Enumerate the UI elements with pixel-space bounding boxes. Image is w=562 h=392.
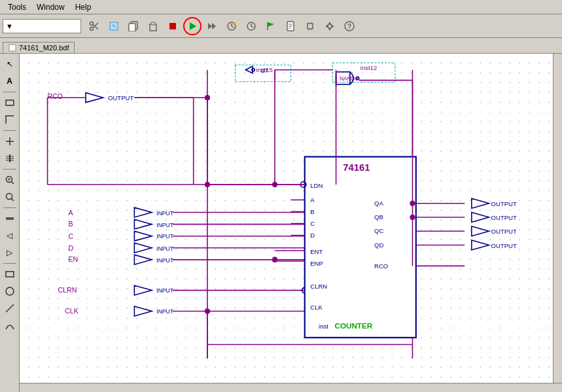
- svg-point-0: [90, 22, 94, 25]
- svg-text:inst: inst: [319, 323, 328, 330]
- svg-text:?: ?: [347, 23, 351, 30]
- svg-marker-71: [86, 93, 103, 103]
- svg-marker-82: [134, 219, 152, 229]
- search-tool[interactable]: [2, 189, 18, 205]
- main-tab[interactable]: 74161_M20.bdf: [3, 42, 75, 53]
- svg-marker-22: [268, 22, 274, 27]
- svg-text:D: D: [68, 244, 73, 252]
- stop-btn[interactable]: [164, 17, 182, 35]
- wire-tool[interactable]: [2, 134, 18, 149]
- svg-line-55: [6, 304, 14, 312]
- svg-text:QB: QB: [374, 213, 383, 221]
- corner-tool[interactable]: [2, 112, 18, 128]
- svg-text:B: B: [310, 208, 314, 215]
- toolbar-dropdown-arrow: ▼: [6, 22, 13, 30]
- svg-text:74161: 74161: [343, 162, 370, 173]
- svg-marker-34: [325, 24, 328, 28]
- svg-marker-100: [134, 285, 152, 295]
- horizontal-scrollbar[interactable]: [20, 383, 562, 392]
- zoom-in-tool[interactable]: [2, 172, 18, 188]
- svg-marker-105: [134, 306, 152, 316]
- tri-right-tool[interactable]: ▷: [2, 245, 18, 260]
- svg-point-17: [233, 22, 236, 25]
- tabbar: 74161_M20.bdf: [0, 38, 562, 54]
- rect3-tool[interactable]: [2, 266, 18, 282]
- flag-btn[interactable]: [262, 17, 280, 35]
- svg-text:OUTPUT: OUTPUT: [491, 200, 517, 207]
- svg-marker-94: [134, 255, 152, 264]
- svg-text:QD: QD: [374, 241, 383, 249]
- svg-rect-10: [169, 23, 176, 29]
- svg-text:OUTPUT: OUTPUT: [491, 228, 517, 236]
- paint-btn[interactable]: ✎: [105, 17, 123, 35]
- svg-text:LDN: LDN: [310, 182, 323, 189]
- scissors-btn[interactable]: [85, 17, 103, 35]
- tri-left-tool[interactable]: ◁: [2, 228, 18, 243]
- svg-point-50: [6, 194, 12, 200]
- copy-btn[interactable]: [124, 17, 143, 35]
- chip-btn[interactable]: [301, 17, 319, 35]
- clk2-btn[interactable]: [242, 17, 260, 35]
- help-btn[interactable]: ?: [340, 17, 359, 35]
- svg-line-20: [251, 26, 253, 27]
- text-tool[interactable]: A: [2, 73, 18, 89]
- svg-point-54: [6, 287, 14, 295]
- menu-window[interactable]: Window: [31, 1, 70, 13]
- svg-rect-9: [151, 22, 155, 25]
- svg-text:CLRN: CLRN: [58, 286, 77, 294]
- svg-marker-142: [472, 198, 489, 208]
- svg-text:CLRN: CLRN: [310, 283, 327, 290]
- svg-marker-90: [134, 243, 152, 253]
- canvas-area[interactable]: inst15 DT inst12 NAND3 RCO OUTPUT: [20, 54, 562, 392]
- sep1: [3, 92, 16, 92]
- svg-text:OUTPUT: OUTPUT: [491, 214, 517, 221]
- paste-btn[interactable]: [144, 17, 162, 35]
- sep4: [3, 207, 16, 208]
- svg-line-16: [232, 26, 234, 27]
- svg-text:EN: EN: [68, 255, 78, 263]
- svg-text:B: B: [68, 220, 73, 228]
- svg-text:inst12: inst12: [360, 64, 377, 71]
- rect-tool[interactable]: [2, 95, 18, 111]
- svg-text:OUTPUT: OUTPUT: [491, 242, 517, 249]
- svg-marker-152: [472, 240, 489, 250]
- ff-btn[interactable]: [203, 17, 221, 35]
- svg-marker-35: [331, 24, 334, 28]
- svg-text:INPUT: INPUT: [156, 222, 173, 228]
- select-tool[interactable]: ↖: [2, 56, 18, 72]
- sep2: [3, 130, 16, 131]
- svg-rect-7: [129, 24, 135, 31]
- svg-marker-86: [134, 231, 152, 241]
- play-btn[interactable]: [183, 17, 202, 35]
- vertical-scrollbar[interactable]: [553, 54, 562, 383]
- menu-tools[interactable]: Tools: [3, 1, 31, 13]
- svg-marker-146: [472, 213, 489, 223]
- circle-tool[interactable]: [2, 283, 18, 299]
- line-tool[interactable]: [2, 300, 18, 316]
- arc-tool[interactable]: [2, 317, 18, 333]
- svg-marker-11: [190, 22, 196, 30]
- svg-text:C: C: [310, 220, 315, 227]
- toolbar-dropdown[interactable]: ▼: [3, 19, 81, 33]
- svg-line-51: [11, 199, 14, 202]
- svg-text:A: A: [68, 209, 73, 217]
- svg-text:CLK: CLK: [65, 307, 79, 315]
- svg-text:INPUT: INPUT: [156, 245, 173, 252]
- left-toolbar: ↖ A ◁ ▷: [0, 54, 20, 392]
- svg-text:INPUT: INPUT: [156, 287, 173, 294]
- doc-btn[interactable]: [281, 17, 300, 35]
- svg-point-136: [272, 257, 278, 263]
- svg-rect-52: [6, 217, 14, 220]
- box2-tool[interactable]: [2, 211, 18, 226]
- svg-text:✎: ✎: [112, 24, 116, 29]
- svg-point-1: [90, 27, 94, 30]
- svg-line-47: [11, 182, 14, 185]
- svg-text:ENP: ENP: [310, 260, 323, 267]
- multi-wire-tool[interactable]: [2, 151, 18, 166]
- svg-text:CLK: CLK: [310, 304, 323, 311]
- arrows-btn[interactable]: [321, 17, 339, 35]
- menu-help[interactable]: Help: [70, 1, 97, 13]
- clk1-btn[interactable]: [222, 17, 241, 35]
- svg-text:A: A: [310, 196, 315, 204]
- svg-text:INPUT: INPUT: [156, 308, 173, 315]
